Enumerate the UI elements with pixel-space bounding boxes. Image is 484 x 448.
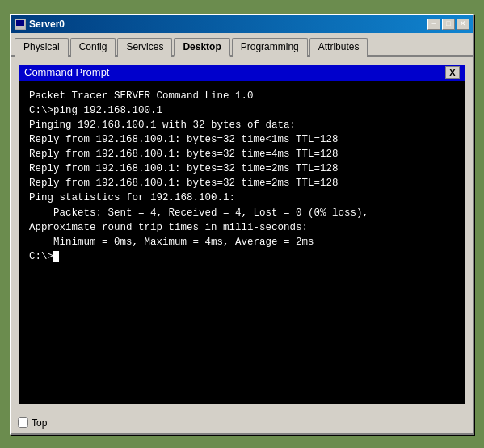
title-bar-left: Server0 bbox=[15, 19, 65, 30]
terminal-window[interactable]: Packet Tracer SERVER Command Line 1.0 C:… bbox=[19, 81, 465, 404]
cmd-prompt-header: Command Prompt X bbox=[19, 65, 465, 81]
main-content: Command Prompt X Packet Tracer SERVER Co… bbox=[11, 57, 473, 412]
tab-programming[interactable]: Programming bbox=[232, 38, 308, 57]
tab-config[interactable]: Config bbox=[70, 38, 116, 57]
title-bar: Server0 – □ ✕ bbox=[11, 15, 473, 33]
terminal-line-10: Reply from 192.168.100.1: bytes=32 time=… bbox=[29, 176, 455, 191]
top-checkbox-text: Top bbox=[32, 417, 47, 429]
terminal-line-15: Minimum = 0ms, Maximum = 4ms, Average = … bbox=[29, 235, 455, 249]
terminal-line-12: Ping statistics for 192.168.100.1: bbox=[29, 191, 455, 205]
cmd-prompt-title: Command Prompt bbox=[24, 66, 109, 78]
app-icon bbox=[15, 19, 26, 30]
tab-bar: Physical Config Services Desktop Program… bbox=[11, 33, 473, 57]
tab-attributes[interactable]: Attributes bbox=[309, 38, 368, 57]
top-checkbox-label: Top bbox=[18, 417, 47, 429]
tab-physical[interactable]: Physical bbox=[15, 38, 69, 57]
terminal-line-9: Reply from 192.168.100.1: bytes=32 time=… bbox=[29, 161, 455, 176]
svg-rect-1 bbox=[16, 20, 24, 26]
title-controls: – □ ✕ bbox=[427, 19, 469, 30]
terminal-cursor bbox=[53, 251, 59, 262]
terminal-line-8: Reply from 192.168.100.1: bytes=32 time=… bbox=[29, 147, 455, 161]
tab-desktop[interactable]: Desktop bbox=[174, 38, 229, 57]
terminal-line-7: Reply from 192.168.100.1: bytes=32 time<… bbox=[29, 132, 455, 147]
terminal-line-14: Approximate round trip times in milli-se… bbox=[29, 220, 455, 235]
terminal-line-5: Pinging 192.168.100.1 with 32 bytes of d… bbox=[29, 118, 455, 132]
terminal-line-2: Packet Tracer SERVER Command Line 1.0 bbox=[29, 89, 455, 103]
svg-rect-2 bbox=[17, 27, 23, 28]
cmd-close-button[interactable]: X bbox=[445, 66, 460, 79]
bottom-bar: Top bbox=[11, 412, 473, 433]
tab-services[interactable]: Services bbox=[117, 38, 172, 57]
terminal-line-17: C:\> bbox=[29, 249, 455, 264]
close-button[interactable]: ✕ bbox=[457, 19, 469, 30]
top-checkbox[interactable] bbox=[18, 417, 28, 428]
terminal-line-3: C:\>ping 192.168.100.1 bbox=[29, 103, 455, 118]
minimize-button[interactable]: – bbox=[427, 19, 440, 30]
main-window: Server0 – □ ✕ Physical Config Services D… bbox=[10, 14, 474, 435]
terminal-line-13: Packets: Sent = 4, Received = 4, Lost = … bbox=[29, 206, 455, 220]
maximize-button[interactable]: □ bbox=[442, 19, 455, 30]
window-title: Server0 bbox=[29, 19, 65, 30]
